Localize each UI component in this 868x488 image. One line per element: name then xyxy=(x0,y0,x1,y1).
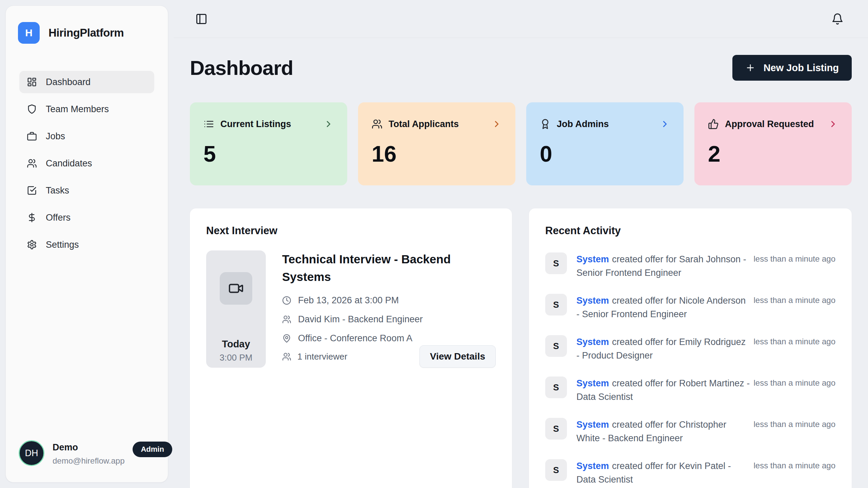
dollar-icon xyxy=(27,212,37,223)
check-square-icon xyxy=(27,185,37,196)
plus-icon xyxy=(745,63,755,73)
topbar xyxy=(174,0,868,38)
interview-person-row: David Kim - Backend Engineer xyxy=(282,314,496,325)
users-icon xyxy=(282,315,291,324)
interview-location-row: Office - Conference Room A xyxy=(282,333,496,344)
interview-thumbnail: Today 3:00 PM xyxy=(206,250,266,368)
app-name: HiringPlatform xyxy=(48,26,124,39)
activity-avatar: S xyxy=(545,252,567,274)
activity-item: S Systemcreated offer for Christopher Wh… xyxy=(545,418,835,445)
stat-label: Approval Requested xyxy=(725,119,814,129)
sidebar-item-offers[interactable]: Offers xyxy=(19,206,154,229)
activity-actor-link[interactable]: System xyxy=(576,254,609,264)
activity-text: Systemcreated offer for Kevin Patel - Da… xyxy=(576,459,750,486)
users-icon xyxy=(372,119,382,129)
activity-timestamp: less than a minute ago xyxy=(754,459,836,470)
stat-value: 0 xyxy=(540,141,670,167)
interview-person: David Kim - Backend Engineer xyxy=(298,314,423,325)
stat-label: Total Applicants xyxy=(389,119,459,129)
title-row: Dashboard New Job Listing xyxy=(190,55,852,81)
interview-meta: Feb 13, 2026 at 3:00 PM David Kim - Back… xyxy=(282,295,496,344)
stat-card-job-admins[interactable]: Job Admins 0 xyxy=(526,102,684,185)
recent-activity-panel: Recent Activity S Systemcreated offer fo… xyxy=(529,208,852,488)
activity-actor-link[interactable]: System xyxy=(576,296,609,306)
view-details-button[interactable]: View Details xyxy=(419,345,496,368)
chevron-right-icon xyxy=(660,119,670,129)
stats-row: Current Listings 5 Total Applicants xyxy=(190,102,852,185)
interview-time-label: 3:00 PM xyxy=(220,352,253,363)
sidebar-item-team-members[interactable]: Team Members xyxy=(19,98,154,120)
stat-head: Approval Requested xyxy=(708,119,838,129)
stat-card-current-listings[interactable]: Current Listings 5 xyxy=(190,102,347,185)
activity-actor-link[interactable]: System xyxy=(576,461,609,471)
new-job-listing-label: New Job Listing xyxy=(764,62,839,74)
sidebar-item-label: Dashboard xyxy=(46,77,91,87)
sidebar-item-tasks[interactable]: Tasks xyxy=(19,179,154,202)
sidebar-toggle-button[interactable] xyxy=(195,13,208,25)
interviewer-count: 1 interviewer xyxy=(282,351,347,362)
interview-footer: 1 interviewer View Details xyxy=(282,345,496,368)
stat-card-total-applicants[interactable]: Total Applicants 16 xyxy=(358,102,515,185)
interview-job-title: Technical Interview - Backend Systems xyxy=(282,250,465,286)
interview-details: Technical Interview - Backend Systems Fe… xyxy=(282,250,496,368)
sidebar-item-label: Candidates xyxy=(46,158,92,169)
stat-value: 16 xyxy=(372,141,502,167)
stat-card-approval-requested[interactable]: Approval Requested 2 xyxy=(694,102,852,185)
interview-location: Office - Conference Room A xyxy=(298,333,412,344)
stat-label: Current Listings xyxy=(220,119,291,129)
sidebar: H HiringPlatform Dashboard Team Members … xyxy=(5,5,168,483)
stat-head: Job Admins xyxy=(540,119,670,129)
sidebar-nav: Dashboard Team Members Jobs Candidates T… xyxy=(6,71,168,256)
activity-actor-link[interactable]: System xyxy=(576,337,609,347)
activity-avatar: S xyxy=(545,418,567,440)
activity-text: Systemcreated offer for Emily Rodriguez … xyxy=(576,335,750,362)
page-content: Dashboard New Job Listing Current Listin… xyxy=(174,38,868,488)
user-name: Demo xyxy=(53,442,124,453)
bell-icon xyxy=(831,13,844,25)
briefcase-icon xyxy=(27,131,37,141)
activity-avatar: S xyxy=(545,335,567,357)
activity-timestamp: less than a minute ago xyxy=(754,335,836,346)
sidebar-item-label: Jobs xyxy=(46,131,65,142)
users-icon xyxy=(27,158,37,168)
user-email: demo@hireflow.app xyxy=(53,456,124,466)
activity-timestamp: less than a minute ago xyxy=(754,294,836,305)
interviewer-count-label: 1 interviewer xyxy=(297,351,347,362)
user-meta: Demo demo@hireflow.app xyxy=(53,440,124,466)
chevron-right-icon xyxy=(828,119,838,129)
award-icon xyxy=(540,119,551,129)
sidebar-item-jobs[interactable]: Jobs xyxy=(19,125,154,147)
activity-text: Systemcreated offer for Christopher Whit… xyxy=(576,418,750,445)
new-job-listing-button[interactable]: New Job Listing xyxy=(732,55,852,81)
activity-text: Systemcreated offer for Sarah Johnson - … xyxy=(576,252,750,280)
activity-timestamp: less than a minute ago xyxy=(754,377,836,388)
sidebar-item-dashboard[interactable]: Dashboard xyxy=(19,71,154,93)
activity-actor-link[interactable]: System xyxy=(576,378,609,388)
main-area: Dashboard New Job Listing Current Listin… xyxy=(174,0,868,488)
sidebar-item-candidates[interactable]: Candidates xyxy=(19,152,154,175)
stat-label: Job Admins xyxy=(557,119,609,129)
notifications-button[interactable] xyxy=(831,13,844,25)
app-logo: H xyxy=(18,22,40,44)
role-badge: Admin xyxy=(133,442,172,457)
next-interview-panel: Next Interview Today 3:00 PM Technical I… xyxy=(190,208,512,488)
activity-avatar: S xyxy=(545,459,567,481)
activity-list: S Systemcreated offer for Sarah Johnson … xyxy=(545,252,835,486)
activity-item: S Systemcreated offer for Emily Rodrigue… xyxy=(545,335,835,362)
activity-actor-link[interactable]: System xyxy=(576,420,609,430)
stat-value: 2 xyxy=(708,141,838,167)
clock-icon xyxy=(282,296,291,305)
user-avatar: DH xyxy=(19,440,44,466)
sidebar-item-settings[interactable]: Settings xyxy=(19,233,154,256)
activity-text: Systemcreated offer for Nicole Anderson … xyxy=(576,294,750,321)
sidebar-item-label: Team Members xyxy=(46,104,109,115)
list-icon xyxy=(203,119,214,129)
activity-text: Systemcreated offer for Robert Martinez … xyxy=(576,377,750,404)
activity-item: S Systemcreated offer for Kevin Patel - … xyxy=(545,459,835,486)
sidebar-item-label: Settings xyxy=(46,240,79,250)
recent-activity-title: Recent Activity xyxy=(545,225,835,237)
interview-datetime-row: Feb 13, 2026 at 3:00 PM xyxy=(282,295,496,306)
activity-timestamp: less than a minute ago xyxy=(754,252,836,264)
activity-item: S Systemcreated offer for Nicole Anderso… xyxy=(545,294,835,321)
gear-icon xyxy=(27,240,37,250)
